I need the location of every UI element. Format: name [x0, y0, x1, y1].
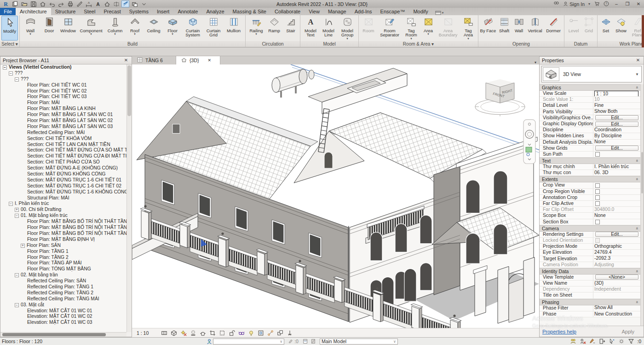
property-value[interactable]: Adjusting	[594, 262, 614, 268]
tree-item[interactable]: Reflected Ceiling Plan: MÁI	[0, 130, 126, 136]
tree-item[interactable]: Section: MẶT ĐỨNG TRỤC 1-6 KHÔNG CỔNG	[0, 189, 126, 195]
tree-expander-icon[interactable]: −	[9, 71, 13, 76]
edit-button[interactable]: Edit...	[595, 232, 638, 237]
property-value[interactable]: None	[594, 213, 606, 218]
checkbox[interactable]	[595, 183, 600, 188]
requests-icon[interactable]	[589, 338, 596, 345]
qat-customize-icon[interactable]	[140, 0, 148, 7]
property-value[interactable]: {3D}	[594, 281, 604, 286]
show-rendering-dialog-icon[interactable]	[199, 329, 207, 337]
tree-item[interactable]: −01. Mặt bằng kiến trúc	[0, 213, 126, 219]
properties-scrollbar[interactable]	[640, 84, 644, 326]
tree-item[interactable]: Floor Plan: MẶT BẰNG LÁT SÀN WC 02	[0, 118, 126, 124]
view-tab-active[interactable]: {3D}✕	[176, 56, 220, 64]
area[interactable]: Area▾	[420, 16, 436, 41]
tree-item[interactable]: Floor Plan: MẶT BẰNG BỐ TRÍ NỘI THẤT TẦN…	[0, 219, 126, 225]
property-value[interactable]: 10	[594, 97, 600, 102]
detail-level-icon[interactable]	[161, 329, 168, 337]
tree-item[interactable]: Elevation: MẶT CẮT 01 WC 03	[0, 320, 126, 326]
temporary-view-properties-icon[interactable]	[257, 329, 264, 337]
ribbon-tab-modify[interactable]: Modify	[409, 8, 432, 15]
type-selector[interactable]: 3D View ▼	[541, 66, 642, 82]
dormer[interactable]: Dormer	[544, 16, 563, 41]
property-value[interactable]: -2092.3	[594, 256, 610, 262]
property-value[interactable]: 304800.0	[594, 207, 614, 212]
tree-item[interactable]: Section: CHI TIẾT PHÀO CỬA SỔ	[0, 159, 126, 165]
checkbox[interactable]	[595, 195, 600, 200]
ribbon-tab-precast[interactable]: Precast	[99, 8, 125, 15]
tree-item[interactable]: Floor Plan: TỔNG MẶT BẰNG	[0, 266, 126, 272]
property-group-header[interactable]: Text«	[540, 158, 640, 164]
tree-item[interactable]: Elevation: MẶT CẮT 01 WC 01	[0, 308, 126, 314]
property-group-header[interactable]: Graphics«	[540, 84, 640, 91]
property-value[interactable]: Coordination	[594, 127, 621, 133]
tree-item[interactable]: Section: MẶT ĐỨNG TRỤC 1-6 CHI TIẾT 01	[0, 177, 126, 183]
tree-item[interactable]: Floor Plan: TẦNG 1	[0, 249, 126, 255]
tree-expander-icon[interactable]: +	[15, 208, 19, 212]
curtain-grid[interactable]: Curtain Grid	[204, 16, 223, 41]
tree-item[interactable]: Section: CHI TIẾT MẶT ĐỨNG CỬA SỔ MẶT TI…	[0, 147, 126, 153]
tree-expander-icon[interactable]: −	[3, 65, 7, 70]
tree-item[interactable]: +00. Chi tiết Drafting	[0, 207, 126, 213]
dimension-icon[interactable]: A	[85, 0, 92, 7]
tree-item[interactable]: −Views (Viettel Construction)	[0, 64, 126, 70]
roof[interactable]: Roof▾	[126, 16, 144, 41]
save-icon[interactable]	[29, 0, 37, 7]
edit-button[interactable]: Edit...	[595, 115, 638, 120]
project-browser-header[interactable]: Project Browser - A11 ✕	[0, 57, 132, 64]
tree-item[interactable]: Floor Plan: TẦNG 2	[0, 255, 126, 261]
tree-item[interactable]: Floor Plan: MẶT BẰNG LA KINH	[0, 106, 126, 112]
project-browser-hscrollbar[interactable]	[0, 332, 126, 337]
sun-path-off-icon[interactable]	[180, 329, 187, 337]
ribbon-tab-annotate[interactable]: Annotate	[173, 8, 202, 15]
close-button[interactable]: ✕	[635, 1, 642, 6]
ramp[interactable]: Ramp	[266, 16, 282, 41]
model-group[interactable]: Model Group▾	[338, 16, 357, 41]
thin-lines-icon[interactable]	[121, 0, 129, 7]
tree-expander-icon[interactable]: −	[9, 202, 13, 206]
tree-item[interactable]: Floor Plan: MẶT BẰNG ĐỊNH VỊ	[0, 237, 126, 243]
property-group-header[interactable]: Extents«	[540, 176, 640, 182]
checkbox[interactable]	[595, 201, 600, 206]
tree-item[interactable]: Section: MẶT ĐỨNG A-E (KHÔNG CỔNG)	[0, 165, 126, 171]
tree-expander-icon[interactable]: −	[15, 77, 19, 82]
tree-item[interactable]: Floor Plan: CHI TIẾT WC 01	[0, 82, 126, 88]
tree-item[interactable]: Floor Plan: MẶT BẰNG LÁT SÀN WC 03	[0, 124, 126, 130]
value-input[interactable]: 1 : 10	[594, 91, 638, 96]
ribbon-tab-structure[interactable]: Structure	[51, 8, 80, 15]
show-crop-region-icon[interactable]	[218, 329, 226, 337]
tree-item[interactable]: Floor Plan: MẶT BẰNG BỐ TRÍ NỘI THẤT TẦN…	[0, 231, 126, 237]
ribbon-display-toggle[interactable]: ▾	[435, 11, 444, 15]
wall[interactable]: Wall▾	[21, 16, 40, 41]
tree-item[interactable]: Section: CHI TIẾT LAN CAN MẶT TIỀN	[0, 142, 126, 148]
type-selector-dropdown-icon[interactable]: ▼	[635, 72, 640, 76]
apply-button[interactable]: Apply	[615, 328, 641, 335]
properties-help-link[interactable]: Properties help	[542, 329, 576, 334]
tree-item[interactable]: Section: MẶT ĐỨNG KHÔNG CỔNG	[0, 171, 126, 177]
doc-set-icon[interactable]	[11, 0, 19, 7]
editing-requests-icon[interactable]	[287, 338, 294, 345]
measure-icon[interactable]	[75, 0, 83, 7]
reveal-constraints-icon[interactable]	[286, 329, 293, 337]
ribbon-tab-manage[interactable]: Manage	[324, 8, 351, 15]
tree-item[interactable]: Floor Plan: MẶT BẰNG BỐ TRÍ NỘI THẤT TẦN…	[0, 225, 126, 231]
checkbox[interactable]	[595, 189, 600, 194]
filter-icon[interactable]	[627, 338, 635, 345]
property-value[interactable]: Independent	[594, 287, 621, 292]
ribbon-tab-massing-site[interactable]: Massing & Site	[229, 8, 270, 15]
help-icon[interactable]: ?	[604, 1, 609, 7]
model-text-icon[interactable]: A	[94, 0, 102, 7]
tree-item[interactable]: Reflected Ceiling Plan: TẦNG 1	[0, 284, 126, 290]
level-line-handle[interactable]	[526, 147, 532, 152]
undo-icon[interactable]	[48, 0, 56, 7]
set-plane[interactable]: Set	[599, 16, 613, 41]
links-icon[interactable]	[598, 338, 606, 345]
tree-item[interactable]: Floor Plan: CHI TIẾT WC 03	[0, 94, 126, 100]
mullion[interactable]: Mullion	[224, 16, 244, 41]
floor[interactable]: Floor▾	[163, 16, 182, 41]
view-scale-button[interactable]: 1 : 10	[137, 330, 158, 336]
section-icon[interactable]	[112, 0, 120, 7]
tree-item[interactable]: Section: MẶT ĐỨNG TRỤC 1-6 CHI TIẾT 02	[0, 183, 126, 189]
property-value[interactable]: New Construction	[594, 311, 632, 317]
property-value[interactable]: Orthographic	[594, 244, 622, 249]
